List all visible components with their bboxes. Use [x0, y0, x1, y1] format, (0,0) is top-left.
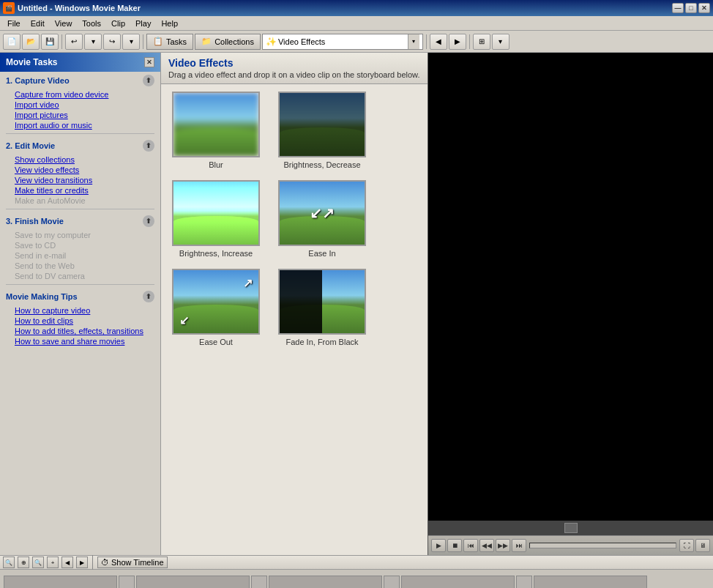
new-button[interactable]: 📄: [3, 34, 20, 50]
storyboard-cell-3[interactable]: [269, 576, 382, 589]
sidebar-close-button[interactable]: ✕: [144, 57, 154, 67]
link-view-effects[interactable]: View video effects: [0, 165, 160, 175]
show-timeline-button[interactable]: ⏱ Show Timeline: [97, 557, 168, 568]
nav-combo-value: Video Effects: [278, 37, 406, 46]
show-timeline-label: Show Timeline: [111, 558, 164, 567]
link-share-tips[interactable]: How to save and share movies: [0, 336, 160, 346]
nav-combo[interactable]: ✨ Video Effects ▾: [262, 34, 423, 50]
link-send-email: Send in e-mail: [0, 250, 160, 261]
next-button[interactable]: ▶▶: [496, 539, 510, 552]
monitor-button[interactable]: 🖥: [695, 539, 710, 552]
link-show-collections[interactable]: Show collections: [0, 155, 160, 165]
link-make-titles[interactable]: Make titles or credits: [0, 185, 160, 196]
toolbar-sep-1: [61, 34, 62, 49]
menu-bar: File Edit View Tools Clip Play Help: [0, 16, 713, 31]
preview-toolbar: [428, 521, 713, 535]
effect-fade-in-black[interactable]: Fade In, From Black: [275, 269, 370, 346]
section-capture-header[interactable]: 1. Capture Video ⬆: [0, 72, 160, 89]
storyboard-cell-5[interactable]: [534, 576, 647, 589]
nav-back-button[interactable]: ◀: [430, 34, 447, 50]
redo-button[interactable]: ↪: [103, 34, 121, 50]
undo-dropdown[interactable]: ▾: [84, 34, 102, 50]
link-import-audio[interactable]: Import audio or music: [0, 120, 160, 130]
storyboard-cell-2[interactable]: [136, 576, 250, 589]
link-view-transitions[interactable]: View video transitions: [0, 175, 160, 185]
section-capture-collapse[interactable]: ⬆: [143, 75, 154, 86]
ease-out-arrow2: ↗: [243, 276, 253, 290]
effect-thumb-bright-dec: [278, 92, 366, 157]
sidebar: Movie Tasks ✕ 1. Capture Video ⬆ Capture…: [0, 53, 161, 555]
storyboard-zoom-in2[interactable]: +: [47, 557, 59, 568]
content-header: Video Effects Drag a video effect and dr…: [161, 53, 428, 84]
link-automovie: Make an AutoMovie: [0, 196, 160, 206]
effect-label-ease-out: Ease Out: [199, 338, 233, 346]
preview-controls: ▶ ⏹ ⏮ ◀◀ ▶▶ ⏭ ⛶ 🖥: [428, 535, 713, 555]
effect-ease-in[interactable]: ↙↗ Ease In: [275, 180, 370, 258]
divider-3: [6, 284, 154, 285]
maximize-button[interactable]: □: [685, 3, 697, 13]
stop-button[interactable]: ⏹: [447, 539, 462, 552]
effect-blur[interactable]: Blur: [168, 92, 264, 169]
undo-button[interactable]: ↩: [65, 34, 83, 50]
seek-bar[interactable]: [529, 543, 676, 548]
link-edit-clips-tips[interactable]: How to edit clips: [0, 316, 160, 326]
link-titles-tips[interactable]: How to add titles, effects, transitions: [0, 326, 160, 336]
effect-thumb-blur: [172, 92, 260, 157]
transition-arrow-2[interactable]: ▶: [251, 576, 267, 589]
section-tips-collapse[interactable]: ⬆: [143, 291, 154, 302]
menu-file[interactable]: File: [3, 18, 25, 29]
view-toggle-button[interactable]: ⊞: [473, 34, 490, 50]
storyboard-cell-4[interactable]: [401, 576, 515, 589]
fullscreen-button[interactable]: ⛶: [679, 539, 694, 552]
toolbar: 📄 📂 💾 ↩ ▾ ↪ ▾ 📋 Tasks 📁 Collections ✨ Vi…: [0, 31, 713, 53]
effect-label-blur: Blur: [209, 160, 223, 169]
view-dropdown[interactable]: ▾: [492, 34, 509, 50]
playback-controls: ▶ ⏹ ⏮ ◀◀ ▶▶ ⏭: [431, 539, 526, 552]
link-capture-tips[interactable]: How to capture video: [0, 305, 160, 316]
play-button[interactable]: ▶: [431, 539, 446, 552]
storyboard-zoom-fit[interactable]: ⊕: [18, 557, 29, 568]
link-capture-device[interactable]: Capture from video device: [0, 89, 160, 100]
open-button[interactable]: 📂: [22, 34, 40, 50]
transition-arrow-4[interactable]: ▶: [516, 576, 532, 589]
nav-forward-button[interactable]: ▶: [449, 34, 466, 50]
transition-arrow-1[interactable]: ▶: [119, 576, 135, 589]
combo-dropdown-arrow[interactable]: ▾: [408, 34, 419, 49]
link-import-pictures[interactable]: Import pictures: [0, 110, 160, 120]
section-finish-header[interactable]: 3. Finish Movie ⬆: [0, 212, 160, 230]
title-bar-left: 🎬 Untitled - Windows Movie Maker: [3, 2, 141, 14]
section-tips-header[interactable]: Movie Making Tips ⬆: [0, 288, 160, 305]
section-edit-header[interactable]: 2. Edit Movie ⬆: [0, 137, 160, 155]
storyboard-prev[interactable]: ◀: [61, 557, 73, 568]
tab-tasks[interactable]: 📋 Tasks: [146, 34, 193, 50]
section-finish-collapse[interactable]: ⬆: [143, 215, 154, 227]
menu-view[interactable]: View: [51, 18, 77, 29]
effect-brightness-decrease[interactable]: Brightness, Decrease: [275, 92, 370, 169]
redo-dropdown[interactable]: ▾: [122, 34, 140, 50]
storyboard-zoom-out[interactable]: 🔍: [3, 557, 15, 568]
save-button[interactable]: 💾: [41, 34, 59, 50]
toolbar-sep-3: [426, 34, 427, 49]
menu-play[interactable]: Play: [131, 18, 155, 29]
close-button[interactable]: ✕: [698, 3, 710, 13]
tab-collections[interactable]: 📁 Collections: [195, 34, 261, 50]
transition-arrow-3[interactable]: ▶: [384, 576, 400, 589]
storyboard-zoom-in[interactable]: 🔍: [32, 557, 44, 568]
effect-ease-out[interactable]: ↙ ↗ Ease Out: [168, 269, 264, 346]
prev-frame-button[interactable]: ⏮: [463, 539, 478, 552]
next-frame-button[interactable]: ⏭: [512, 539, 526, 552]
menu-clip[interactable]: Clip: [107, 18, 130, 29]
storyboard-cell-1[interactable]: [4, 576, 117, 589]
prev-button[interactable]: ◀◀: [479, 539, 494, 552]
storyboard-next[interactable]: ▶: [76, 557, 88, 568]
link-import-video[interactable]: Import video: [0, 100, 160, 110]
menu-help[interactable]: Help: [157, 18, 182, 29]
preview-monitor-btn[interactable]: [564, 523, 578, 533]
effect-brightness-increase[interactable]: Brightness, Increase: [168, 180, 264, 258]
section-edit-collapse[interactable]: ⬆: [143, 140, 154, 152]
content-title: Video Effects: [168, 57, 420, 69]
menu-tools[interactable]: Tools: [78, 18, 105, 29]
menu-edit[interactable]: Edit: [26, 18, 49, 29]
minimize-button[interactable]: —: [672, 3, 684, 13]
sidebar-title: Movie Tasks: [6, 57, 57, 67]
